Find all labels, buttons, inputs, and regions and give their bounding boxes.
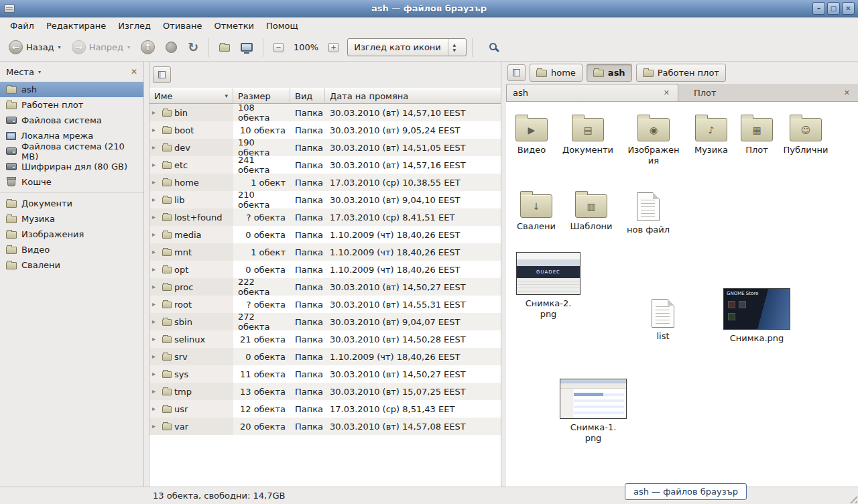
expander-icon[interactable]: ▸ — [152, 353, 160, 360]
menu-item[interactable]: Отиване — [157, 19, 208, 33]
table-row[interactable]: ▸mnt1 обектПапка1.10.2009 (чт) 18,40,26 … — [149, 243, 501, 261]
table-row[interactable]: ▸bin108 обектаПапка30.03.2010 (вт) 14,57… — [149, 104, 501, 121]
forward-button[interactable]: → Напред ▾ — [67, 38, 135, 57]
menu-item[interactable]: Редактиране — [40, 19, 112, 33]
expander-icon[interactable]: ▸ — [152, 249, 160, 255]
icon-view-item[interactable]: ▤Документи — [551, 113, 625, 155]
sidebar-item[interactable]: ash — [0, 82, 143, 97]
close-icon[interactable]: ✕ — [842, 88, 852, 97]
menu-item[interactable]: Изглед — [112, 19, 157, 33]
minimize-button[interactable]: – — [812, 2, 825, 15]
icon-view-item[interactable]: GNOME StoreСнимка.​png — [720, 288, 794, 344]
expander-icon[interactable]: ▸ — [152, 266, 160, 273]
maximize-button[interactable]: □ — [827, 2, 840, 15]
chevron-down-icon[interactable]: ▾ — [38, 69, 41, 75]
expander-icon[interactable]: ▸ — [152, 231, 160, 238]
tab[interactable]: ash✕ — [506, 84, 678, 101]
table-row[interactable]: ▸lost+found? обектаПапка17.03.2010 (ср) … — [149, 208, 501, 226]
table-row[interactable]: ▸usr12 обектаПапка17.03.2010 (ср) 8,51,4… — [149, 400, 501, 418]
table-row[interactable]: ▸home1 обектПапка17.03.2010 (ср) 10,38,5… — [149, 174, 501, 191]
pane-icon-button[interactable] — [507, 64, 526, 81]
sidebar-item[interactable]: Кошче — [0, 174, 143, 190]
menu-item[interactable]: Отметки — [208, 19, 259, 33]
sidebar-item[interactable]: Музика — [0, 211, 143, 227]
expander-icon[interactable]: ▸ — [152, 109, 160, 116]
menu-item[interactable]: Файл — [4, 19, 40, 33]
stop-button[interactable] — [161, 39, 182, 56]
icon-view-item[interactable]: Снимка-1.​png — [556, 379, 630, 443]
table-row[interactable]: ▸tmp13 обектаПапка30.03.2010 (вт) 15,07,… — [149, 383, 501, 400]
back-button[interactable]: ← Назад ▾ — [4, 38, 66, 57]
pane-splitter[interactable] — [144, 62, 149, 487]
tab[interactable]: Плот✕ — [679, 84, 858, 101]
titlebar[interactable]: ash — файлов браузър – □ ✕ — [0, 0, 858, 17]
expander-icon[interactable]: ▸ — [152, 371, 160, 377]
images-emblem-icon: ◉ — [638, 119, 669, 141]
table-row[interactable]: ▸var20 обектаПапка30.03.2010 (вт) 14,57,… — [149, 418, 501, 435]
expander-icon[interactable]: ▸ — [152, 162, 160, 168]
table-row[interactable]: ▸sys11 обектаПапка30.03.2010 (вт) 14,50,… — [149, 365, 501, 383]
column-header[interactable]: Дата на промяна — [325, 88, 501, 104]
sidebar-item[interactable]: Работен плот — [0, 97, 143, 113]
table-row[interactable]: ▸lib210 обектаПапка30.03.2010 (вт) 9,04,… — [149, 191, 501, 208]
zoom-out-button[interactable]: − — [269, 40, 288, 55]
table-row[interactable]: ▸sbin272 обектаПапка30.03.2010 (вт) 9,04… — [149, 313, 501, 330]
column-header[interactable]: Име▾ — [149, 88, 233, 104]
close-button[interactable]: ✕ — [842, 2, 855, 15]
expander-icon[interactable]: ▸ — [152, 336, 160, 342]
sidebar-item[interactable]: Изображения — [0, 227, 143, 242]
table-row[interactable]: ▸dev190 обектаПапка30.03.2010 (вт) 14,51… — [149, 139, 501, 156]
pane-splitter[interactable] — [501, 62, 506, 487]
view-mode-select[interactable]: Изглед като икони ▲▼ — [347, 38, 467, 56]
up-button[interactable]: ↑ — [136, 38, 160, 57]
sidebar-item[interactable]: Документи — [0, 196, 143, 211]
sidebar-item[interactable]: Шифриран дял (80 GB) — [0, 159, 143, 174]
expander-icon[interactable]: ▸ — [152, 301, 160, 308]
reload-button[interactable]: ↻ — [183, 38, 203, 56]
expander-icon[interactable]: ▸ — [152, 179, 160, 186]
menu-item[interactable]: Помощ — [260, 19, 304, 33]
column-header[interactable]: Вид — [290, 88, 325, 104]
resize-grip-icon[interactable] — [847, 493, 857, 503]
expander-icon[interactable]: ▸ — [152, 214, 160, 220]
sidebar-item[interactable]: Файлова система — [0, 113, 143, 128]
sidebar-item[interactable]: Свалени — [0, 257, 143, 273]
expander-icon[interactable]: ▸ — [152, 318, 160, 325]
back-dropdown-icon[interactable]: ▾ — [58, 44, 61, 50]
table-row[interactable]: ▸srv0 обектаПапка1.10.2009 (чт) 18,40,26… — [149, 348, 501, 365]
zoom-in-button[interactable]: + — [324, 40, 343, 55]
column-header[interactable]: Размер — [233, 88, 290, 104]
icon-view-item[interactable]: ☺Публични — [769, 113, 843, 155]
search-button[interactable] — [478, 40, 507, 55]
table-row[interactable]: ▸media0 обектаПапка1.10.2009 (чт) 18,40,… — [149, 226, 501, 243]
computer-button[interactable] — [236, 40, 257, 54]
expander-icon[interactable]: ▸ — [152, 144, 160, 151]
table-row[interactable]: ▸etc241 обектаПапка30.03.2010 (вт) 14,57… — [149, 156, 501, 174]
sidebar-item[interactable]: Файлова система (210 MB) — [0, 143, 143, 159]
expander-icon[interactable]: ▸ — [152, 405, 160, 412]
path-button[interactable]: home — [530, 64, 583, 82]
path-button[interactable]: Работен плот — [636, 64, 726, 82]
table-row[interactable]: ▸boot10 обектаПапка30.03.2010 (вт) 9,05,… — [149, 121, 501, 139]
table-row[interactable]: ▸proc222 обектаПапка30.03.2010 (вт) 14,5… — [149, 278, 501, 296]
sidebar-title[interactable]: Места — [6, 67, 34, 77]
spinner-arrows-icon[interactable]: ▲▼ — [448, 39, 461, 56]
sidebar-item[interactable]: Видео — [0, 242, 143, 257]
expander-icon[interactable]: ▸ — [152, 388, 160, 395]
pane-icon-button[interactable] — [153, 66, 171, 83]
table-row[interactable]: ▸opt0 обектаПапка1.10.2009 (чт) 18,40,26… — [149, 261, 501, 278]
close-icon[interactable]: ✕ — [662, 88, 672, 97]
table-row[interactable]: ▸selinux21 обектаПапка30.03.2010 (вт) 14… — [149, 330, 501, 348]
icon-view-item[interactable]: GUADECСнимка-2.​png — [511, 252, 585, 319]
icon-view[interactable]: ▶Видео▤Документи◉Изображения♪Музика▦Плот… — [506, 102, 858, 487]
expander-icon[interactable]: ▸ — [152, 284, 160, 290]
expander-icon[interactable]: ▸ — [152, 423, 160, 430]
sidebar-close-button[interactable]: ✕ — [131, 67, 137, 76]
path-button[interactable]: ash — [587, 64, 632, 82]
icon-view-item[interactable]: list — [626, 298, 700, 342]
home-button[interactable] — [214, 40, 235, 54]
expander-icon[interactable]: ▸ — [152, 196, 160, 203]
table-row[interactable]: ▸root? обектаПапка30.03.2010 (вт) 14,55,… — [149, 296, 501, 313]
expander-icon[interactable]: ▸ — [152, 127, 160, 133]
icon-view-item[interactable]: нов файл — [611, 191, 685, 235]
